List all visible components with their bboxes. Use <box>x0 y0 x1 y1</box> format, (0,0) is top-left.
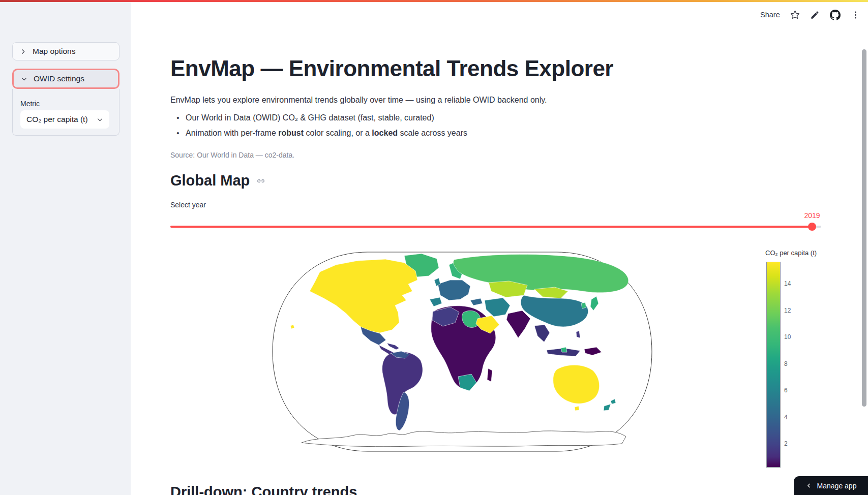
metric-label: Metric <box>20 100 40 108</box>
colorbar-tick-label: 4 <box>784 414 799 421</box>
sidebar: Map options OWID settings Metric CO₂ per… <box>0 2 131 495</box>
section-title-drilldown: Drill-down: Country trends <box>170 484 357 495</box>
list-item-text: Our World in Data (OWID) CO₂ & GHG datas… <box>186 113 434 122</box>
bullet-marker: • <box>170 128 186 138</box>
github-icon[interactable] <box>830 10 841 20</box>
vertical-scrollbar[interactable] <box>862 49 866 407</box>
year-slider[interactable] <box>170 226 821 228</box>
edit-icon[interactable] <box>810 10 820 20</box>
colorbar-tick-label: 10 <box>784 333 799 341</box>
source-caption: Source: Our World in Data — co2-data. <box>170 151 294 159</box>
colorbar-title: CO₂ per capita (t) <box>765 249 817 257</box>
list-item: • Animation with per-frame robust color … <box>170 128 467 138</box>
colorbar-tick-label: 8 <box>784 360 799 367</box>
chevron-down-icon <box>97 116 103 123</box>
expander-map-options[interactable]: Map options <box>12 42 119 60</box>
colorbar-tick-label: 12 <box>784 307 799 314</box>
slider-fill <box>170 226 812 228</box>
metric-select-value: CO₂ per capita (t) <box>26 115 88 124</box>
section-title-text: Global Map <box>170 172 250 189</box>
colorbar-tick-label: 14 <box>784 280 799 287</box>
slider-label: Select year <box>170 201 206 209</box>
map-region-borneo[interactable] <box>561 347 567 352</box>
colorbar-tick-label: 6 <box>784 387 799 394</box>
chevron-right-icon <box>20 48 26 55</box>
chevron-left-icon <box>805 482 812 489</box>
manage-app-button[interactable]: Manage app <box>794 476 868 495</box>
section-title-global-map: Global Map <box>170 172 266 189</box>
slider-value: 2019 <box>797 211 827 220</box>
metric-select[interactable]: CO₂ per capita (t) <box>20 110 109 129</box>
manage-app-label: Manage app <box>817 482 857 490</box>
list-item-text: Animation with per-frame robust color sc… <box>186 128 467 138</box>
map-region-madagascar[interactable] <box>487 368 492 382</box>
overflow-menu-icon[interactable] <box>851 10 860 20</box>
slider-thumb[interactable] <box>808 223 816 231</box>
bullet-marker: • <box>170 113 186 122</box>
map-region-korea[interactable] <box>581 302 586 308</box>
chevron-down-icon <box>21 76 27 82</box>
share-button[interactable]: Share <box>760 11 780 19</box>
expander-owid-settings[interactable]: OWID settings <box>12 69 119 89</box>
world-choropleth-map[interactable] <box>271 251 653 454</box>
colorbar-gradient <box>766 262 781 468</box>
app-header-actions: Share <box>760 8 860 21</box>
intro-text: EnvMap lets you explore environmental tr… <box>170 96 547 105</box>
anchor-link-icon[interactable] <box>256 176 266 186</box>
page-title: EnvMap — Environmental Trends Explorer <box>170 56 613 81</box>
feature-list: • Our World in Data (OWID) CO₂ & GHG dat… <box>170 113 467 143</box>
list-item: • Our World in Data (OWID) CO₂ & GHG dat… <box>170 113 467 122</box>
expander-owid-settings-label: OWID settings <box>34 74 84 83</box>
expander-map-options-label: Map options <box>33 47 75 56</box>
colorbar-tick-label: 2 <box>784 440 799 447</box>
star-icon[interactable] <box>790 10 800 20</box>
